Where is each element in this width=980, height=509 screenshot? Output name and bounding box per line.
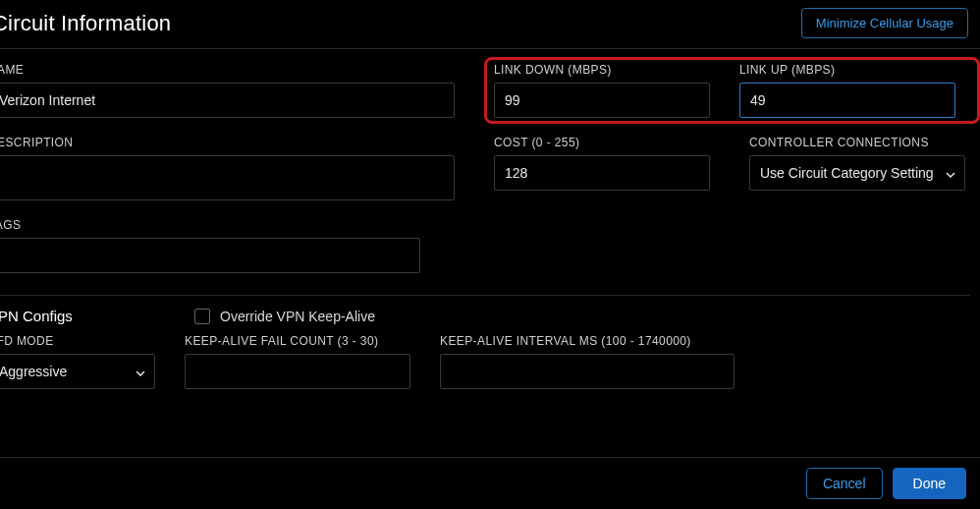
vpn-configs-title: VPN Configs [0, 308, 155, 324]
description-input[interactable] [0, 155, 455, 200]
dialog-header: Circuit Information Minimize Cellular Us… [0, 0, 980, 49]
link-down-input[interactable] [494, 83, 710, 118]
cost-input[interactable] [494, 155, 710, 191]
cancel-button[interactable]: Cancel [806, 468, 883, 499]
bfd-mode-select[interactable]: Aggressive [0, 354, 155, 389]
link-up-input[interactable] [739, 83, 955, 118]
bfd-mode-label: BFD MODE [0, 334, 155, 348]
row-desc-cost-controller: DESCRIPTION COST (0 - 255) CONTROLLER CO… [0, 136, 970, 200]
chevron-down-icon [135, 367, 144, 376]
dialog-footer: Cancel Done [0, 457, 980, 509]
vpn-fields-row: BFD MODE Aggressive KEEP-ALIVE FAIL COUN… [0, 334, 970, 389]
name-label: NAME [0, 63, 455, 77]
interval-label: KEEP-ALIVE INTERVAL MS (100 - 1740000) [440, 334, 735, 348]
description-label: DESCRIPTION [0, 136, 455, 149]
link-up-label: LINK UP (Mbps) [739, 63, 955, 77]
row-tags: TAGS [0, 218, 970, 277]
field-name: NAME [0, 63, 455, 118]
minimize-cellular-usage-button[interactable]: Minimize Cellular Usage [801, 8, 968, 38]
override-keepalive-checkbox[interactable] [194, 309, 210, 324]
row-name-links: NAME LINK DOWN (Mbps) LINK UP (Mbps) [0, 63, 970, 118]
controller-select-value: Use Circuit Category Setting [760, 165, 934, 181]
section-separator [0, 295, 970, 296]
field-keepalive-fail-count: KEEP-ALIVE FAIL COUNT (3 - 30) [185, 334, 410, 389]
field-keepalive-interval: KEEP-ALIVE INTERVAL MS (100 - 1740000) [440, 334, 735, 389]
circuit-info-dialog: Circuit Information Minimize Cellular Us… [0, 0, 980, 509]
field-description: DESCRIPTION [0, 136, 455, 200]
interval-input[interactable] [440, 354, 735, 389]
dialog-body: NAME LINK DOWN (Mbps) LINK UP (Mbps) DES… [0, 49, 980, 389]
chevron-down-icon [945, 168, 954, 178]
override-keepalive-field[interactable]: Override VPN Keep-Alive [194, 309, 375, 324]
name-input[interactable] [0, 83, 455, 118]
field-cost: COST (0 - 255) [494, 136, 710, 200]
field-link-down: LINK DOWN (Mbps) [494, 63, 710, 118]
fail-count-input[interactable] [185, 354, 410, 389]
done-button[interactable]: Done [893, 468, 966, 499]
controller-label: CONTROLLER CONNECTIONS [749, 136, 965, 149]
link-down-label: LINK DOWN (Mbps) [494, 63, 710, 77]
tags-label: TAGS [0, 218, 420, 232]
field-tags: TAGS [0, 218, 420, 273]
vpn-configs-header: VPN Configs Override VPN Keep-Alive [0, 308, 970, 324]
field-link-up: LINK UP (Mbps) [739, 63, 955, 118]
controller-select[interactable]: Use Circuit Category Setting [749, 155, 965, 191]
field-controller-connections: CONTROLLER CONNECTIONS Use Circuit Categ… [749, 136, 965, 200]
override-keepalive-label: Override VPN Keep-Alive [220, 309, 375, 324]
tags-input[interactable] [0, 238, 420, 273]
bfd-mode-value: Aggressive [0, 364, 67, 379]
cost-label: COST (0 - 255) [494, 136, 710, 149]
fail-count-label: KEEP-ALIVE FAIL COUNT (3 - 30) [185, 334, 410, 348]
field-bfd-mode: BFD MODE Aggressive [0, 334, 155, 389]
dialog-title: Circuit Information [0, 11, 171, 36]
link-speed-group: LINK DOWN (Mbps) LINK UP (Mbps) [494, 63, 970, 118]
